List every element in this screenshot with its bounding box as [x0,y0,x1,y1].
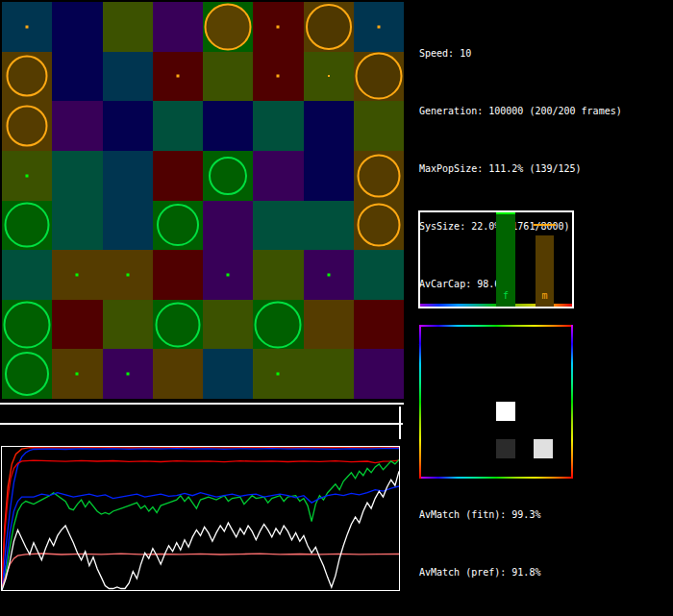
agent-circle [357,154,400,197]
agent-circle [205,3,252,50]
agent-circle [5,203,50,248]
history-chart [1,446,400,591]
agent-circle [5,352,49,396]
grid-cell [304,201,354,251]
grid-cell [103,201,153,251]
grid-cell [52,151,102,201]
grid-cell [253,52,303,102]
stat-avmatch-fitn: AvMatch (fitn): 99.3% [419,505,622,525]
grid-cell [253,300,303,350]
male-bar-label: m [536,291,554,301]
matrix-border-top [419,325,573,327]
matrix-cell [534,439,553,458]
male-bar: m [536,235,554,307]
agent-circle [7,56,48,97]
grid-cell [103,300,153,350]
grid-cell [103,151,153,201]
grid-cell [2,52,52,102]
female-bar-label: f [496,291,515,301]
grid-cell [354,52,404,102]
grid-cell [2,2,52,52]
grid-cell [153,250,203,300]
grid-cell [354,151,404,201]
female-bar-cap [496,212,515,214]
grid-cell [354,250,404,300]
grid-cell [2,201,52,251]
grid-cell [153,151,203,201]
agent-circle [7,106,48,147]
grid-cell [304,349,354,399]
frame-progress-marker [399,407,401,439]
grid-cell [304,300,354,350]
grid-cell [2,349,52,399]
grid-cell [153,349,203,399]
grid-cell [52,101,102,151]
stat-maxpopsize: MaxPopSize: 111.2% (139/125) [419,160,622,179]
grid-cell [354,101,404,151]
contingency-matrix-panel [419,325,573,479]
grid-cell [2,300,52,350]
grid-cell [354,201,404,251]
agent-dot [377,25,380,28]
grid-cell [52,201,102,251]
grid-cell [103,2,153,52]
grid-cell [304,250,354,300]
grid-cell [304,2,354,52]
grid-cell [153,2,203,52]
grid-cell [52,52,102,102]
series-red-mid [2,460,399,582]
grid-cell [2,151,52,201]
grid-cell [203,349,253,399]
matrix-cell [496,402,515,421]
sex-ratio-panel: f m [418,210,574,308]
grid-cell [253,2,303,52]
agent-dot [277,373,280,376]
grid-cell [103,349,153,399]
grid-cell [153,52,203,102]
stat-avmatch-pref: AvMatch (pref): 91.8% [419,563,622,582]
agent-dot [126,373,129,376]
agent-dot [176,75,179,78]
grid-cell [52,349,102,399]
matrix-border-right [571,325,573,479]
matrix-border-left [419,325,421,479]
agent-dot [227,273,230,276]
matrix-cell [496,439,515,458]
agent-circle [4,301,51,348]
grid-cell [2,250,52,300]
agent-dot [126,273,129,276]
agent-dot [26,25,29,28]
grid-cell [354,349,404,399]
grid-cell [203,151,253,201]
separator-line-top [0,403,404,405]
agent-circle [355,53,402,100]
agent-dot [76,373,79,376]
series-blue-top [2,449,399,588]
grid-cell [203,101,253,151]
world-grid-canvas [2,2,404,399]
matrix-border-bottom [419,477,573,479]
agent-dot [76,273,79,276]
agent-circle [157,204,199,246]
grid-cell [52,250,102,300]
grid-cell [153,300,203,350]
grid-cell [253,201,303,251]
history-chart-plot [2,447,399,590]
grid-cell [103,250,153,300]
grid-cell [253,151,303,201]
agent-circle [155,302,200,347]
grid-cell [354,2,404,52]
agent-dot [277,25,280,28]
grid-cell [304,101,354,151]
agent-circle [255,301,302,348]
grid-cell [304,52,354,102]
stat-generation: Generation: 100000 (200/200 frames) [419,102,622,121]
grid-cell [354,300,404,350]
grid-cell [153,101,203,151]
female-bar: f [496,212,515,307]
grid-cell [203,250,253,300]
grid-cell [203,2,253,52]
agent-circle [209,157,247,195]
grid-cell [203,201,253,251]
grid-cell [253,101,303,151]
